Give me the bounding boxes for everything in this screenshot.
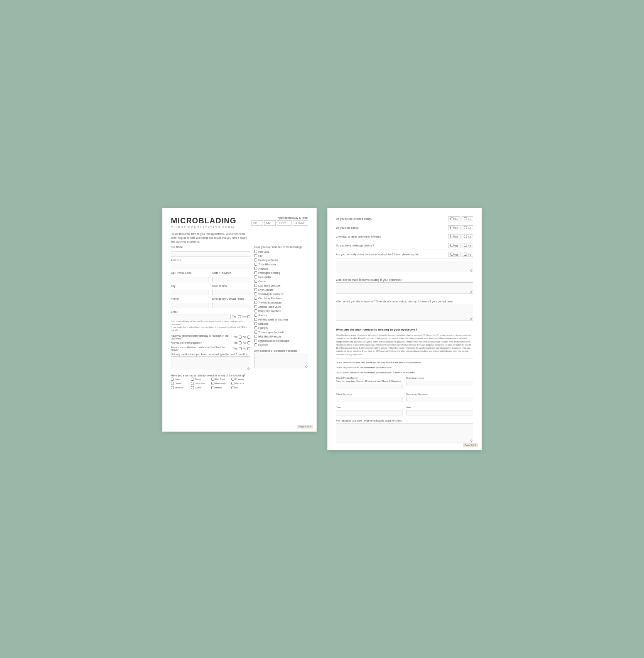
- full-name-section: Full Name: [171, 246, 250, 256]
- medications-textarea[interactable]: [171, 356, 250, 370]
- cond-healing-cb[interactable]: [254, 258, 257, 262]
- year-input[interactable]: [277, 220, 292, 226]
- state-input[interactable]: [212, 277, 250, 282]
- tech-sig-input[interactable]: [406, 397, 473, 402]
- allergy-no-cb[interactable]: [231, 386, 234, 389]
- p2-bruise-no-box: No: [462, 216, 473, 221]
- physician-explain-textarea[interactable]: [336, 261, 473, 272]
- therapist-textarea[interactable]: [336, 423, 473, 442]
- p2-physician-no-cb[interactable]: [464, 253, 467, 256]
- chemo-no[interactable]: [247, 336, 250, 339]
- allergy-hair-dyes-cb[interactable]: [211, 378, 214, 381]
- allergy-medication-cb[interactable]: [211, 382, 214, 385]
- chemo-yes[interactable]: [239, 336, 242, 339]
- p2-scar-no-cb[interactable]: [464, 226, 467, 229]
- cond-high-bp-cb[interactable]: [254, 335, 257, 338]
- bloodthinner-no[interactable]: [247, 347, 250, 350]
- allergy-metals: Metals: [211, 386, 230, 389]
- tech-date-input[interactable]: [406, 410, 473, 415]
- phone-input[interactable]: [171, 303, 209, 308]
- cond-botox-cb[interactable]: [254, 309, 257, 312]
- client-date-input[interactable]: [336, 410, 403, 415]
- day-input[interactable]: [251, 220, 263, 226]
- chemo-row: Have you received chemotherapy or radiat…: [171, 334, 250, 340]
- dob-label: Date of birth: [212, 285, 250, 287]
- zip-input[interactable]: [171, 277, 209, 282]
- cond-anemia-cb[interactable]: [254, 314, 257, 317]
- cond-epilepsy-cb[interactable]: [254, 326, 257, 329]
- full-name-input[interactable]: [171, 251, 250, 256]
- email-yes-checkbox[interactable]: [238, 315, 241, 318]
- cond-sensitivity-cb[interactable]: [254, 292, 257, 295]
- cond-thyroid-cb[interactable]: [254, 301, 257, 304]
- cond-tumors-cb[interactable]: [254, 331, 257, 334]
- cond-low-bp-cb[interactable]: [254, 284, 257, 287]
- address-input[interactable]: [171, 264, 250, 269]
- client-sig-input[interactable]: [336, 397, 403, 402]
- p2-bruise-yes-box: Yes: [448, 216, 460, 221]
- allergy-lanolin-cb[interactable]: [171, 382, 174, 385]
- dob-input[interactable]: [212, 290, 250, 295]
- p2-physician-yes-cb[interactable]: [450, 253, 453, 256]
- cond-diabetes-cb[interactable]: [254, 322, 257, 325]
- allergy-foods-cb[interactable]: [191, 378, 194, 381]
- p2-peel-row: Chemical or laser peel within 6 weeks Ye…: [336, 234, 473, 241]
- p2-peel-yes-cb[interactable]: [450, 235, 453, 238]
- p2-scar-yes-cb[interactable]: [450, 226, 453, 229]
- p2-scar-yn: Yes No: [448, 225, 473, 230]
- concerns-textarea[interactable]: [336, 282, 473, 294]
- allergy-paints-cb[interactable]: [191, 386, 194, 389]
- pregnant-row: Are you currently pregnant? Yes No: [171, 341, 250, 344]
- email-input[interactable]: [171, 314, 231, 319]
- allergy-lidocaine-cb[interactable]: [191, 382, 194, 385]
- allergy-latex-cb[interactable]: [171, 378, 174, 381]
- allergy-glycerin-cb[interactable]: [231, 382, 234, 385]
- cond-keloid-cb[interactable]: [254, 339, 257, 342]
- cond-liver-cb[interactable]: [254, 288, 257, 291]
- tech-name-input[interactable]: [406, 381, 473, 386]
- cond-cancer: Cancer: [254, 280, 308, 283]
- cond-fainting-cb[interactable]: [254, 318, 257, 321]
- cond-heart-valve-cb[interactable]: [254, 305, 257, 308]
- cond-circulatory-cb[interactable]: [254, 297, 257, 300]
- disorders-section: Any diseases or disorders not listed:: [254, 349, 308, 370]
- pregnant-options: Yes No: [233, 341, 250, 344]
- cond-fainting: Fainting spells or dizziness: [254, 318, 308, 321]
- p2-bruise-q: Do you bruise or bleed easily?: [336, 218, 448, 220]
- month-input[interactable]: [264, 220, 276, 226]
- cond-hepatitis-cb[interactable]: [254, 343, 257, 346]
- bloodthinner-yes[interactable]: [239, 347, 242, 350]
- cond-prolonged-cb[interactable]: [254, 271, 257, 274]
- cond-cancer-cb[interactable]: [254, 280, 257, 283]
- improve-textarea[interactable]: [336, 304, 473, 321]
- allergy-metals-cb[interactable]: [211, 386, 214, 389]
- emergency-input[interactable]: [212, 303, 250, 308]
- pregnant-no[interactable]: [247, 341, 250, 344]
- disorders-textarea[interactable]: [254, 353, 308, 368]
- cond-hair-loss-cb[interactable]: [254, 250, 257, 253]
- sig-grid: Client (Printed Name) Parent or guardian…: [336, 377, 473, 416]
- email-no-checkbox[interactable]: [247, 315, 250, 318]
- cond-tricho-cb[interactable]: [254, 263, 257, 266]
- email-note: Your email address will be used for appo…: [171, 320, 250, 332]
- cond-alopecia-cb[interactable]: [254, 267, 257, 270]
- cond-hemophilia-cb[interactable]: [254, 275, 257, 278]
- p2-bruise-no-cb[interactable]: [464, 217, 467, 220]
- p2-peel-no-cb[interactable]: [464, 235, 467, 238]
- p2-peel-q: Chemical or laser peel within 6 weeks: [336, 235, 448, 238]
- allergy-vaseline-cb[interactable]: [171, 386, 174, 389]
- cond-hiv-cb[interactable]: [254, 254, 257, 257]
- allergy-crayons-cb[interactable]: [231, 378, 234, 381]
- cond-healing: Healing problems: [254, 258, 308, 262]
- client-printed-input[interactable]: [336, 384, 403, 389]
- page-1: MICROBLADING CLIENT CONSULTATION FORM Pl…: [162, 208, 317, 432]
- p2-healing-yes-cb[interactable]: [450, 244, 453, 247]
- bloodthinner-question: Are you currently taking medication that…: [171, 346, 232, 351]
- city-input[interactable]: [171, 290, 209, 295]
- p2-healing-q: Do you have healing problems?: [336, 244, 448, 247]
- pregnant-yes[interactable]: [239, 341, 242, 344]
- time-input[interactable]: [293, 220, 308, 226]
- p2-healing-no-cb[interactable]: [464, 244, 467, 247]
- client-printed-section: Client (Printed Name) Parent or guardian…: [336, 377, 403, 390]
- p2-bruise-yes-cb[interactable]: [450, 217, 453, 220]
